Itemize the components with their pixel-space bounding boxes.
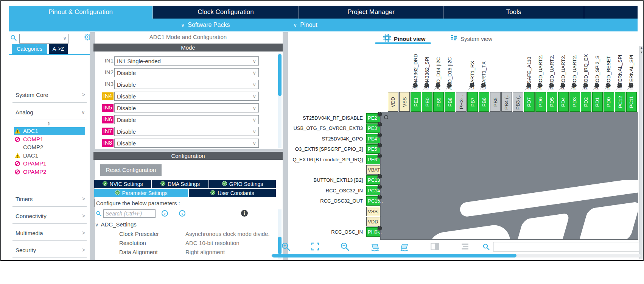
pin-pe5[interactable]: PE5 (366, 144, 380, 154)
tab-nvic-settings[interactable]: NVIC Settings (94, 180, 151, 188)
chevron-right-icon: > (82, 92, 85, 98)
pin-vdd[interactable]: VDD (366, 217, 380, 226)
tab-system-view[interactable]: System view (451, 34, 492, 44)
pin-label: PE4 (368, 136, 377, 142)
pin-pd6[interactable]: PD6 (535, 92, 546, 112)
zoom-in-icon[interactable] (281, 242, 291, 252)
pin-list-icon[interactable] (460, 242, 470, 252)
pin-pd7[interactable]: PD7 (524, 92, 535, 112)
sidebar-item-connectivity[interactable]: Connectivity> (12, 209, 87, 224)
subnav-software-packs[interactable]: ∨Software Packs (181, 19, 230, 31)
pin-pd2[interactable]: PD2 (581, 92, 591, 112)
tab-pinout-configuration[interactable]: Pinout & Configuration (9, 6, 152, 19)
pin-pb6[interactable]: PB6 (479, 92, 489, 112)
param-name-data-alignment[interactable]: Data Alignment (119, 249, 158, 255)
sidebar-item-comp1[interactable]: COMP1 (14, 136, 85, 144)
pin-pb7[interactable]: PB7 (467, 92, 478, 112)
best-fit-icon[interactable] (311, 242, 320, 252)
pin-vss[interactable]: VSS (399, 92, 410, 112)
pin-pe0[interactable]: PE0 (422, 92, 432, 112)
pin-pd1[interactable]: PD1 (592, 92, 603, 112)
tab-gpio-settings[interactable]: GPIO Settings (209, 180, 276, 188)
chevron-down-icon[interactable]: ∨ (63, 35, 67, 41)
tab-project-manager[interactable]: Project Manager (299, 6, 443, 19)
tab-dma-settings[interactable]: DMA Settings (152, 180, 208, 188)
signal-label-pd1: PMOD_SPI2_S (594, 56, 600, 90)
pin-pc12[interactable]: PC12 (615, 92, 625, 112)
sidebar-item-timers[interactable]: Timers> (12, 192, 87, 207)
next-match-button[interactable]: › (179, 210, 185, 217)
pin-pd4[interactable]: PD4 (558, 92, 569, 112)
param-value-data-alignment[interactable]: Right alignment (185, 249, 225, 255)
reset-configuration-button[interactable]: Reset Configuration (100, 164, 162, 176)
sidebar-item-multimedia[interactable]: Multimedia> (12, 226, 87, 241)
pin-pe2[interactable]: PE2 (366, 113, 380, 123)
mode-select-in4[interactable]: Disable∨ (114, 92, 259, 101)
pin-pe6[interactable]: PE6 (366, 155, 380, 164)
pin-pb8[interactable]: PB8 (445, 92, 455, 112)
mode-select-in7[interactable]: Disable∨ (114, 127, 259, 136)
pin-pc15[interactable]: PC15.. (366, 196, 380, 206)
pin-pd5[interactable]: PD5 (547, 92, 557, 112)
pin-label: PB4 (.. (504, 94, 510, 109)
pin-pe1[interactable]: PE1 (411, 92, 421, 112)
param-value-resolution[interactable]: ADC 10-bit resolution (185, 240, 240, 246)
sidebar-item-security[interactable]: Security> (12, 243, 87, 258)
pin-vss[interactable]: VSS (366, 207, 380, 216)
pin-ph3[interactable]: PH3-.. (456, 92, 467, 112)
tab-clock-configuration[interactable]: Clock Configuration (152, 6, 299, 19)
param-value-clock-prescaler[interactable]: Asynchronous clock mode divide. (185, 231, 270, 237)
pinout-vertical-scrollbar[interactable]: ▲ ▼ (639, 46, 644, 259)
sidebar-item-analog[interactable]: Analog∨ (12, 106, 87, 120)
pin-pc13[interactable]: PC13 (366, 175, 380, 185)
sidebar-item-opamp1[interactable]: OPAMP1 (14, 160, 85, 168)
tab-tools[interactable]: Tools (443, 6, 584, 19)
param-group-adc-settings[interactable]: ∨ADC_Settings (95, 221, 137, 228)
show-configured-pins-icon[interactable] (430, 242, 440, 252)
sort-toggle[interactable]: ▲▼ (45, 122, 53, 127)
pinout-horizontal-scrollbar[interactable] (271, 254, 641, 257)
pin-pc14[interactable]: PC14.. (366, 186, 380, 195)
rotate-counterclockwise-icon[interactable] (400, 242, 410, 252)
pin-pb3[interactable]: PB3 (.. (513, 92, 523, 112)
sidebar-item-system-core[interactable]: System Core> (12, 88, 87, 103)
mode-config-splitter[interactable] (93, 149, 283, 152)
zoom-out-icon[interactable] (340, 242, 350, 252)
category-label: System Core (16, 92, 48, 98)
tab-parameter-settings[interactable]: Parameter Settings (94, 189, 188, 197)
scroll-down-icon[interactable]: ▼ (639, 50, 644, 55)
signal-label-pd2: PMOD_IRQ_EX (583, 54, 589, 90)
pin-ph0[interactable]: PH0-.. (366, 227, 380, 237)
pin-vbat[interactable]: VBAT (366, 165, 380, 175)
ip-search-input[interactable] (20, 35, 60, 42)
param-name-clock-prescaler[interactable]: Clock Prescaler (119, 231, 159, 237)
parameters-scrollbar[interactable] (278, 209, 282, 259)
pin-pb5[interactable]: PB5 (490, 92, 501, 112)
rotate-clockwise-icon[interactable] (370, 242, 380, 252)
pin-pd3[interactable]: PD3 (569, 92, 580, 112)
pin-pe3[interactable]: PE3 (366, 123, 380, 133)
mode-select-in5[interactable]: Disable∨ (114, 103, 259, 112)
pinout-horizontal-scrollbar-thumb[interactable] (272, 254, 516, 257)
sidebar-item-dac1[interactable]: DAC1 (14, 152, 85, 160)
pin-pe4[interactable]: PE4 (366, 134, 380, 144)
sidebar-item-adc1[interactable]: ADC1 (14, 127, 85, 135)
ip-search-combobox[interactable]: ∨ (19, 34, 68, 44)
mode-select-in6[interactable]: Disable∨ (114, 115, 259, 124)
pin-pd0[interactable]: PD0 (604, 92, 614, 112)
previous-match-button[interactable]: ‹ (162, 210, 168, 217)
scroll-up-icon[interactable]: ▲ (639, 46, 644, 50)
sidebar-item-comp2[interactable]: COMP2 (14, 144, 85, 151)
pin-pc11[interactable]: PC11 (626, 92, 637, 112)
pin-pb9[interactable]: PB9 (433, 92, 444, 112)
subnav-pinout[interactable]: ∨Pinout (293, 19, 317, 31)
info-icon[interactable]: i (241, 210, 248, 217)
pin-vdd[interactable]: VDD (388, 92, 398, 112)
parameter-search-input[interactable] (103, 209, 156, 218)
pin-search-input[interactable] (493, 242, 639, 251)
tab-user-constants[interactable]: User Constants (189, 189, 276, 197)
mode-select-in8[interactable]: Disable∨ (114, 139, 259, 148)
param-name-resolution[interactable]: Resolution (119, 240, 146, 246)
pin-pb4[interactable]: PB4 (.. (501, 92, 512, 112)
sidebar-item-opamp2[interactable]: OPAMP2 (14, 168, 85, 176)
